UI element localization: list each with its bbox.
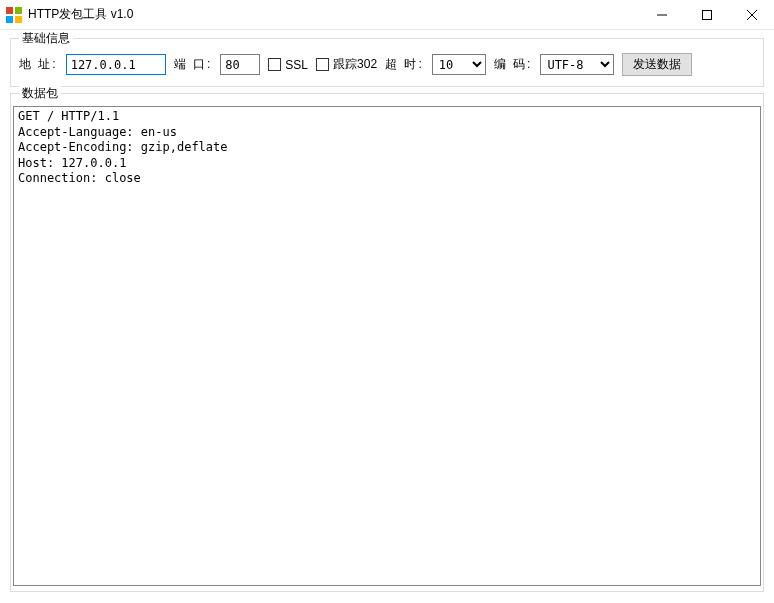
timeout-select[interactable]: 10 <box>432 54 486 75</box>
port-input[interactable] <box>220 54 260 75</box>
follow302-checkbox[interactable] <box>316 58 329 71</box>
window-title: HTTP发包工具 v1.0 <box>28 6 639 23</box>
data-packet-label: 数据包 <box>19 85 61 102</box>
svg-rect-0 <box>6 7 13 14</box>
address-input[interactable] <box>66 54 166 75</box>
basic-info-row: 地 址: 端 口: SSL 跟踪302 超 时: 10 编 码: UTF-8 发… <box>19 53 755 76</box>
ssl-checkbox-wrap[interactable]: SSL <box>268 58 308 72</box>
window-controls <box>639 0 774 29</box>
follow302-checkbox-wrap[interactable]: 跟踪302 <box>316 56 377 73</box>
basic-info-group: 基础信息 地 址: 端 口: SSL 跟踪302 超 时: 10 编 码: UT… <box>10 38 764 87</box>
app-icon <box>6 7 22 23</box>
basic-info-label: 基础信息 <box>19 30 73 47</box>
data-packet-group: 数据包 <box>10 93 764 592</box>
svg-rect-2 <box>6 16 13 23</box>
maximize-button[interactable] <box>684 0 729 29</box>
encoding-select[interactable]: UTF-8 <box>540 54 614 75</box>
follow302-label: 跟踪302 <box>333 56 377 73</box>
titlebar: HTTP发包工具 v1.0 <box>0 0 774 30</box>
address-label: 地 址: <box>19 56 58 73</box>
close-button[interactable] <box>729 0 774 29</box>
svg-rect-3 <box>15 16 22 23</box>
svg-rect-1 <box>15 7 22 14</box>
data-packet-textarea[interactable] <box>13 106 761 586</box>
encoding-label: 编 码: <box>494 56 533 73</box>
ssl-checkbox[interactable] <box>268 58 281 71</box>
timeout-label: 超 时: <box>385 56 424 73</box>
port-label: 端 口: <box>174 56 213 73</box>
ssl-label: SSL <box>285 58 308 72</box>
send-button[interactable]: 发送数据 <box>622 53 692 76</box>
svg-rect-5 <box>702 10 711 19</box>
minimize-button[interactable] <box>639 0 684 29</box>
